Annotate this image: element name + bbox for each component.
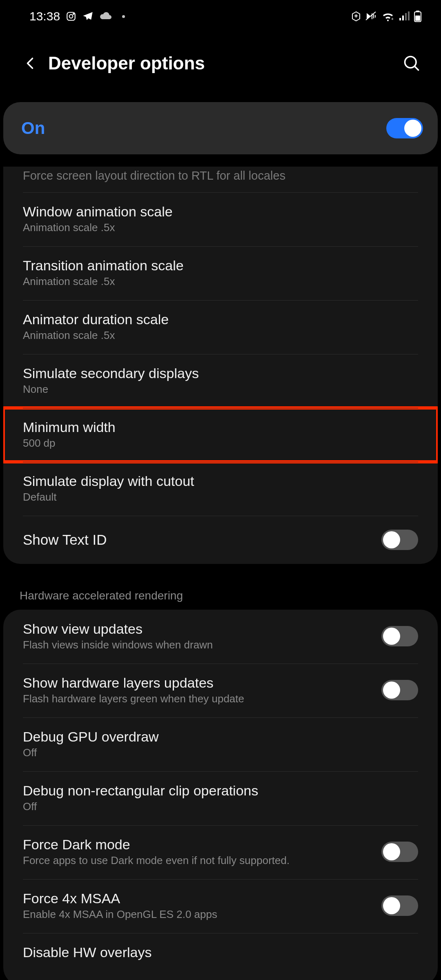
show-hw-layers-toggle[interactable] <box>381 680 418 700</box>
setting-subtitle: Default <box>23 491 194 503</box>
setting-title: Window animation scale <box>23 204 173 220</box>
setting-subtitle: Flash hardware layers green when they up… <box>23 693 244 705</box>
setting-title: Show view updates <box>23 621 213 637</box>
setting-subtitle: None <box>23 383 199 396</box>
setting-title: Show Text ID <box>23 532 107 548</box>
animator-duration-scale-row[interactable]: Animator duration scale Animation scale … <box>3 300 438 354</box>
setting-subtitle: Animation scale .5x <box>23 221 173 234</box>
master-toggle-switch[interactable] <box>386 118 423 138</box>
setting-title: Simulate display with cutout <box>23 473 194 489</box>
drawing-settings-card: Force screen layout direction to RTL for… <box>3 167 438 564</box>
vibrate-icon <box>365 11 377 22</box>
data-saver-icon <box>351 11 361 22</box>
svg-rect-6 <box>402 16 404 20</box>
setting-title: Debug GPU overdraw <box>23 729 159 745</box>
debug-non-rect-clip-row[interactable]: Debug non-rectangular clip operations Of… <box>3 771 438 825</box>
show-text-id-row[interactable]: Show Text ID <box>3 516 438 564</box>
setting-subtitle: Enable 4x MSAA in OpenGL ES 2.0 apps <box>23 908 217 921</box>
show-text-id-toggle[interactable] <box>381 530 418 550</box>
force-rtl-label: Force screen layout direction to RTL for… <box>23 169 285 183</box>
back-button[interactable] <box>16 49 45 78</box>
svg-line-13 <box>414 66 418 70</box>
force-dark-mode-toggle[interactable] <box>381 842 418 862</box>
svg-point-1 <box>69 15 73 18</box>
setting-title: Transition animation scale <box>23 258 184 274</box>
setting-subtitle: Animation scale .5x <box>23 275 184 288</box>
setting-subtitle: Force apps to use Dark mode even if not … <box>23 854 290 867</box>
signal-icon <box>399 11 410 21</box>
telegram-icon <box>82 11 94 22</box>
svg-text:+: + <box>391 17 394 21</box>
setting-subtitle: 500 dp <box>23 437 116 450</box>
hardware-accel-card: Show view updates Flash views inside win… <box>3 610 438 980</box>
svg-point-2 <box>73 13 74 14</box>
status-time: 13:38 <box>29 9 60 23</box>
simulate-display-cutout-row[interactable]: Simulate display with cutout Default <box>3 462 438 516</box>
svg-rect-7 <box>405 13 407 20</box>
simulate-secondary-displays-row[interactable]: Simulate secondary displays None <box>3 354 438 408</box>
instagram-icon <box>66 11 76 22</box>
show-hw-layers-row[interactable]: Show hardware layers updates Flash hardw… <box>3 664 438 717</box>
setting-title: Minimum width <box>23 419 116 435</box>
setting-subtitle: Off <box>23 800 258 813</box>
force-4x-msaa-row[interactable]: Force 4x MSAA Enable 4x MSAA in OpenGL E… <box>3 879 438 933</box>
force-dark-mode-row[interactable]: Force Dark mode Force apps to use Dark m… <box>3 825 438 879</box>
setting-title: Force Dark mode <box>23 837 290 853</box>
search-button[interactable] <box>399 50 425 76</box>
settings-scroll-area[interactable]: Force screen layout direction to RTL for… <box>0 167 441 980</box>
force-4x-msaa-toggle[interactable] <box>381 895 418 916</box>
battery-icon <box>414 11 421 22</box>
setting-title: Force 4x MSAA <box>23 891 217 906</box>
svg-rect-11 <box>415 16 420 21</box>
cloud-icon <box>99 12 112 21</box>
status-right: + <box>351 11 421 22</box>
minimum-width-row[interactable]: Minimum width 500 dp <box>3 408 438 462</box>
page-header: Developer options <box>0 33 441 102</box>
master-toggle-label: On <box>21 118 45 138</box>
setting-subtitle: Off <box>23 746 159 759</box>
svg-rect-8 <box>408 11 410 20</box>
window-animation-scale-row[interactable]: Window animation scale Animation scale .… <box>3 192 438 246</box>
force-rtl-partial-row[interactable]: Force screen layout direction to RTL for… <box>3 169 438 192</box>
developer-options-master-toggle[interactable]: On <box>3 102 438 154</box>
hardware-accel-section-header: Hardware accelerated rendering <box>0 577 441 610</box>
wifi-icon: + <box>381 11 394 21</box>
status-dot-icon <box>122 15 125 18</box>
setting-title: Show hardware layers updates <box>23 675 244 691</box>
svg-rect-5 <box>399 18 401 20</box>
show-view-updates-row[interactable]: Show view updates Flash views inside win… <box>3 610 438 664</box>
transition-animation-scale-row[interactable]: Transition animation scale Animation sca… <box>3 246 438 300</box>
setting-subtitle: Animation scale .5x <box>23 329 169 342</box>
setting-title: Simulate secondary displays <box>23 365 199 381</box>
setting-title: Animator duration scale <box>23 312 169 327</box>
status-bar: 13:38 <box>0 0 441 33</box>
page-title: Developer options <box>48 53 399 74</box>
disable-hw-overlays-row[interactable]: Disable HW overlays <box>3 933 438 980</box>
debug-gpu-overdraw-row[interactable]: Debug GPU overdraw Off <box>3 717 438 771</box>
status-left: 13:38 <box>29 9 125 23</box>
setting-subtitle: Flash views inside windows when drawn <box>23 639 213 651</box>
setting-title: Disable HW overlays <box>23 944 152 960</box>
setting-title: Debug non-rectangular clip operations <box>23 783 258 799</box>
show-view-updates-toggle[interactable] <box>381 626 418 646</box>
